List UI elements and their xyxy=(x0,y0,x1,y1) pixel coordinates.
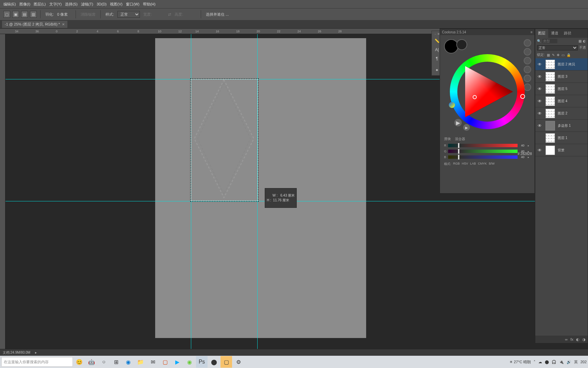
panel-menu-icon[interactable]: ≡ xyxy=(530,30,533,34)
menu-view[interactable]: 视图(V) xyxy=(109,1,124,7)
harmony-dot[interactable] xyxy=(524,39,531,47)
visibility-icon[interactable]: 👁 xyxy=(535,148,544,153)
menu-edit[interactable]: 编辑(E) xyxy=(2,1,17,7)
menu-help[interactable]: 帮助(H) xyxy=(142,1,157,7)
doc-size[interactable]: 文档:24.9M/80.0M xyxy=(3,350,30,355)
layer-row[interactable]: 👁图层 2 xyxy=(535,107,588,120)
taskbar-search[interactable]: 在这里输入你要搜索的内容 xyxy=(1,357,73,367)
cortana-icon[interactable]: ○ xyxy=(98,356,110,368)
adjustment-icon[interactable]: ◑ xyxy=(582,337,586,342)
layer-thumb[interactable] xyxy=(545,84,555,94)
task-view-icon[interactable]: ⊞ xyxy=(110,356,122,368)
tab-layers[interactable]: 图层 xyxy=(535,29,548,38)
layer-thumb[interactable] xyxy=(545,121,555,131)
app-icon[interactable]: ◉ xyxy=(184,356,195,368)
vertical-ruler[interactable] xyxy=(0,34,5,356)
harmony-dot[interactable] xyxy=(524,66,531,73)
tray-chevron-icon[interactable]: ˄ xyxy=(534,360,536,364)
harmony-marker[interactable] xyxy=(449,102,455,108)
office-icon[interactable]: ▢ xyxy=(159,356,171,368)
selection-intersect-icon[interactable]: ▥ xyxy=(30,11,37,18)
link-icon[interactable]: ∞ xyxy=(565,337,568,341)
slider-b[interactable]: B 40▸ xyxy=(444,155,530,159)
layer-row[interactable]: 👁图层 5 xyxy=(535,83,588,95)
filter-icon[interactable]: ◐ xyxy=(583,39,586,43)
settings-icon[interactable]: ⚙ xyxy=(233,356,244,368)
layer-thumb[interactable] xyxy=(545,133,555,143)
mode-rgb[interactable]: RGB xyxy=(453,162,460,166)
feather-input[interactable] xyxy=(57,11,72,17)
layer-row[interactable]: 👁图层 4 xyxy=(535,95,588,107)
hue-marker[interactable] xyxy=(520,94,525,99)
search-icon[interactable]: 🔍 xyxy=(537,39,541,43)
mode-hsv[interactable]: HSV xyxy=(462,162,468,166)
mixer-tab[interactable]: 混合器 xyxy=(455,137,465,141)
volume-icon[interactable]: 🔊 xyxy=(567,360,571,364)
selection-new-icon[interactable]: ▢ xyxy=(3,11,10,18)
photoshop-icon[interactable]: Ps xyxy=(196,356,208,368)
harmony-dot[interactable] xyxy=(524,48,531,56)
layer-thumb[interactable] xyxy=(545,60,555,69)
lock-pixels-icon[interactable]: ▦ xyxy=(547,53,550,57)
mask-icon[interactable]: ◐ xyxy=(576,337,579,342)
document-tab[interactable]: -1 @ 25% (图层 2 拷贝, RGB/8) * ✕ xyxy=(2,21,67,28)
layer-filter-input[interactable] xyxy=(542,39,557,43)
fx-icon[interactable]: fx xyxy=(570,337,573,341)
clock[interactable]: 202 xyxy=(581,360,587,364)
menu-3d[interactable]: 3D(D) xyxy=(95,1,108,7)
style-select[interactable]: 正常 xyxy=(117,11,140,18)
tab-channels[interactable]: 通道 xyxy=(548,29,561,38)
mode-lab[interactable]: LAB xyxy=(470,162,476,166)
menu-select[interactable]: 选择(S) xyxy=(64,1,79,7)
weather-widget[interactable]: ☀ 27°C 晴朗 xyxy=(509,359,531,365)
status-chevron-icon[interactable]: ▸ xyxy=(35,351,37,354)
swatch[interactable] xyxy=(444,39,458,53)
harmony-dot[interactable] xyxy=(524,57,531,64)
layer-thumb[interactable] xyxy=(545,96,555,106)
layer-row[interactable]: 👁背景 xyxy=(535,144,588,156)
close-tab-icon[interactable]: ✕ xyxy=(62,22,65,26)
lock-artboard-icon[interactable]: ▭ xyxy=(561,53,565,57)
layer-row[interactable]: 图层 1 xyxy=(535,132,588,144)
menu-filter[interactable]: 滤镜(T) xyxy=(80,1,95,7)
layer-thumb[interactable] xyxy=(545,109,555,118)
layer-thumb[interactable] xyxy=(545,145,555,155)
layer-row[interactable]: 👁图层 3 xyxy=(535,71,588,83)
layer-row[interactable]: 👁图层 2 拷贝 xyxy=(535,58,588,71)
visibility-icon[interactable]: 👁 xyxy=(535,99,544,104)
collapse-icon[interactable]: ·· xyxy=(435,32,436,36)
visibility-icon[interactable]: 👁 xyxy=(535,87,544,91)
selection-add-icon[interactable]: ▣ xyxy=(12,11,19,18)
ime-icon[interactable]: 英 xyxy=(574,359,578,365)
lock-brush-icon[interactable]: ✎ xyxy=(552,53,555,57)
mode-cmyk[interactable]: CMYK xyxy=(478,162,487,166)
layer-thumb[interactable] xyxy=(545,72,555,81)
refine-edge-button[interactable]: 选择并遮住 ... xyxy=(205,12,230,17)
menu-layer[interactable]: 图层(L) xyxy=(32,1,47,7)
taskbar-app-icon[interactable]: 😊 xyxy=(74,356,85,368)
lock-position-icon[interactable]: ✥ xyxy=(557,53,559,57)
tray-icon[interactable]: ☁ xyxy=(538,360,542,364)
app-icon[interactable]: ▶ xyxy=(172,356,183,368)
plus-icon[interactable]: ▸ xyxy=(463,124,470,131)
slider-g[interactable]: G 40▸ xyxy=(444,149,530,154)
swatch[interactable] xyxy=(456,39,467,50)
menu-window[interactable]: 窗口(W) xyxy=(125,1,141,7)
tray-icon[interactable]: ⬤ xyxy=(545,360,549,364)
filter-icon[interactable]: ▦ xyxy=(578,39,582,43)
selection-subtract-icon[interactable]: ▤ xyxy=(21,11,28,18)
taskbar-app-icon[interactable]: 🤖 xyxy=(86,356,97,368)
play-icon[interactable]: ▶ xyxy=(454,119,462,126)
mode-bw[interactable]: B/W xyxy=(489,162,495,166)
tab-paths[interactable]: 路径 xyxy=(561,29,574,38)
visibility-icon[interactable]: 👁 xyxy=(535,123,544,128)
sliders-tab[interactable]: 滑块 xyxy=(444,137,451,141)
app-icon[interactable]: ⬤ xyxy=(208,356,220,368)
explorer-icon[interactable]: 📁 xyxy=(135,356,146,368)
edge-icon[interactable]: ◉ xyxy=(122,356,134,368)
layer-row[interactable]: 👁多边形 1 xyxy=(535,120,588,132)
slider-r[interactable]: R 40▸ xyxy=(444,143,530,148)
harmony-dot[interactable] xyxy=(524,75,531,82)
network-icon[interactable]: 🔌 xyxy=(559,360,564,364)
visibility-icon[interactable]: 👁 xyxy=(535,111,544,116)
